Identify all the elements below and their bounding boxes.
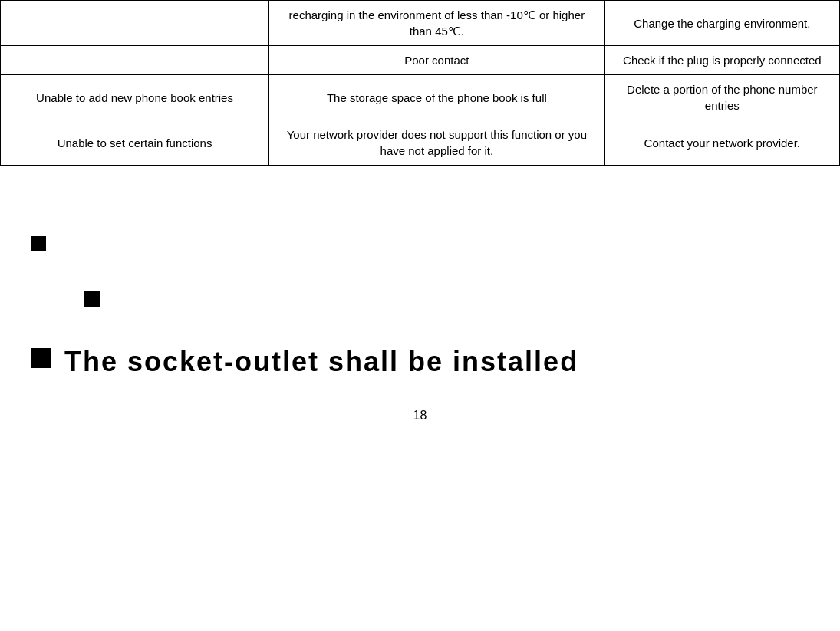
bullet-item-1 xyxy=(31,235,809,251)
bullet-square-icon xyxy=(31,236,46,251)
table-row: Unable to set certain functions Your net… xyxy=(1,120,840,166)
bullet-item-large: The socket-outlet shall be installed xyxy=(31,345,809,378)
fault-cell xyxy=(1,46,269,75)
bullet-square-large-icon xyxy=(31,348,51,368)
spacer xyxy=(0,189,840,212)
table-row: Unable to add new phone book entries The… xyxy=(1,75,840,120)
fault-cell xyxy=(1,1,269,46)
bullet-square-icon xyxy=(84,291,100,307)
fault-cell: Unable to set certain functions xyxy=(1,120,269,166)
spacer xyxy=(31,322,809,345)
page-container: recharging in the environment of less th… xyxy=(0,0,840,631)
bullet-item-2 xyxy=(84,290,779,307)
socket-outlet-text: The socket-outlet shall be installed xyxy=(64,345,578,378)
cause-cell: recharging in the environment of less th… xyxy=(269,1,605,46)
solution-cell: Contact your network provider. xyxy=(604,120,839,166)
cause-cell: Poor contact xyxy=(269,46,605,75)
sub-bullet-section xyxy=(31,282,809,322)
cause-cell: Your network provider does not support t… xyxy=(269,120,605,166)
cause-cell: The storage space of the phone book is f… xyxy=(269,75,605,120)
fault-cell: Unable to add new phone book entries xyxy=(1,75,269,120)
bullet-section: The socket-outlet shall be installed xyxy=(0,212,840,393)
table-row: Poor contact Check if the plug is proper… xyxy=(1,46,840,75)
solution-cell: Check if the plug is properly connected xyxy=(604,46,839,75)
solution-cell: Change the charging environment. xyxy=(604,1,839,46)
trouble-table: recharging in the environment of less th… xyxy=(0,0,840,166)
solution-cell: Delete a portion of the phone number ent… xyxy=(604,75,839,120)
spacer xyxy=(0,166,840,189)
spacer xyxy=(31,259,809,282)
table-row: recharging in the environment of less th… xyxy=(1,1,840,46)
page-number: 18 xyxy=(0,409,840,422)
